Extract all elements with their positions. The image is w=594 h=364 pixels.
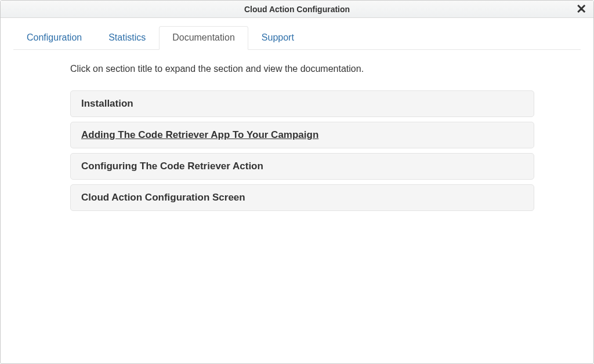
tab-content: Click on section title to expand the sec… <box>13 50 581 211</box>
accordion-title: Cloud Action Configuration Screen <box>81 192 245 203</box>
accordion-item-installation[interactable]: Installation <box>70 90 534 117</box>
content-area: Configuration Statistics Documentation S… <box>1 18 593 219</box>
tab-label: Configuration <box>27 32 82 42</box>
tab-configuration[interactable]: Configuration <box>13 26 95 50</box>
tab-bar: Configuration Statistics Documentation S… <box>13 26 581 50</box>
close-icon[interactable]: ✕ <box>574 2 589 17</box>
instruction-text: Click on section title to expand the sec… <box>70 64 534 74</box>
accordion: Installation Adding The Code Retriever A… <box>70 90 534 211</box>
titlebar: Cloud Action Configuration ✕ <box>1 1 593 18</box>
tab-label: Support <box>262 32 294 42</box>
accordion-item-configuring-action[interactable]: Configuring The Code Retriever Action <box>70 153 534 180</box>
tab-label: Documentation <box>172 32 235 42</box>
accordion-title: Installation <box>81 98 133 109</box>
accordion-item-adding-app[interactable]: Adding The Code Retriever App To Your Ca… <box>70 122 534 148</box>
tab-statistics[interactable]: Statistics <box>95 26 159 50</box>
accordion-title: Configuring The Code Retriever Action <box>81 161 263 172</box>
window-title: Cloud Action Configuration <box>244 5 350 14</box>
tab-support[interactable]: Support <box>248 26 307 50</box>
dialog-window: Cloud Action Configuration ✕ Configurati… <box>0 0 594 364</box>
accordion-title: Adding The Code Retriever App To Your Ca… <box>81 129 318 140</box>
tab-label: Statistics <box>108 32 146 42</box>
tab-documentation[interactable]: Documentation <box>159 26 248 50</box>
accordion-item-config-screen[interactable]: Cloud Action Configuration Screen <box>70 184 534 211</box>
